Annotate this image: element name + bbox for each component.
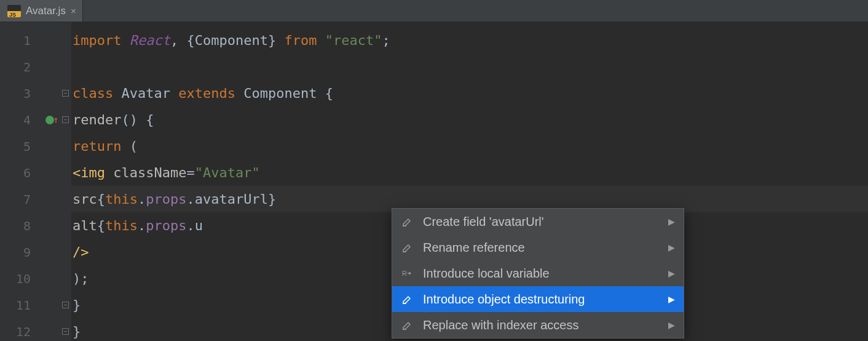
gutter-line: 2: [0, 54, 59, 80]
code-line[interactable]: [71, 54, 868, 80]
chevron-right-icon: ▶: [668, 217, 675, 227]
gutter-line: 5: [0, 133, 59, 159]
arrow-up-icon: ↑: [53, 114, 59, 126]
gutter-line: 12: [0, 318, 59, 341]
gutter-line: 10: [0, 265, 59, 292]
code-line[interactable]: class Avatar extends Component {: [71, 80, 868, 106]
fold-toggle-icon[interactable]: [62, 302, 69, 308]
menu-item-introduce-variable[interactable]: R Introduce local variable ▶: [392, 260, 684, 286]
fold-strip: [59, 22, 71, 341]
gutter-line: 7: [0, 186, 59, 212]
menu-label: Introduce local variable: [423, 267, 660, 281]
tab-bar: Avatar.js ×: [0, 0, 868, 22]
code-line[interactable]: <img className="Avatar": [71, 159, 868, 186]
gutter-line: 9: [0, 239, 59, 265]
pencil-icon: [401, 216, 414, 227]
code-line[interactable]: return (: [71, 133, 868, 159]
tab-filename: Avatar.js: [26, 5, 66, 17]
js-file-icon: [7, 5, 21, 17]
gutter-line: 8: [0, 212, 59, 239]
fold-toggle-icon[interactable]: [62, 90, 69, 97]
menu-label: Introduce object destructuring: [423, 292, 660, 307]
code-line[interactable]: render() {: [71, 106, 868, 133]
gutter-line: 6: [0, 159, 59, 186]
chevron-right-icon: ▶: [668, 268, 675, 278]
close-icon[interactable]: ×: [71, 6, 76, 16]
menu-item-create-field[interactable]: Create field 'avatarUrl' ▶: [392, 209, 684, 235]
menu-item-rename[interactable]: Rename reference ▶: [392, 235, 684, 260]
pencil-icon: [401, 294, 414, 305]
gutter-line: 11: [0, 292, 59, 318]
context-menu: Create field 'avatarUrl' ▶ Rename refere…: [392, 208, 684, 339]
menu-label: Rename reference: [423, 241, 660, 255]
gutter-line: 3: [0, 80, 59, 106]
gutter-line: 1: [0, 27, 59, 54]
svg-text:R: R: [402, 270, 407, 277]
menu-label: Replace with indexer access: [423, 318, 660, 332]
menu-label: Create field 'avatarUrl': [423, 215, 660, 229]
menu-item-destructuring[interactable]: Introduce object destructuring ▶: [392, 286, 684, 312]
fold-toggle-icon[interactable]: [62, 116, 69, 123]
menu-item-indexer[interactable]: Replace with indexer access ▶: [392, 312, 684, 338]
refactor-icon: R: [401, 268, 414, 279]
tab-active[interactable]: Avatar.js ×: [0, 0, 83, 22]
chevron-right-icon: ▶: [668, 294, 675, 304]
gutter-line: 4↑: [0, 106, 59, 133]
pencil-icon: [401, 242, 414, 253]
chevron-right-icon: ▶: [668, 243, 675, 252]
gutter: 1 2 3 4↑ 5 6 7 8 9 10 11 12: [0, 22, 59, 341]
fold-toggle-icon[interactable]: [62, 328, 69, 335]
code-line[interactable]: import React, {Component} from "react";: [71, 27, 868, 54]
chevron-right-icon: ▶: [668, 320, 675, 330]
pencil-icon: [401, 319, 414, 331]
